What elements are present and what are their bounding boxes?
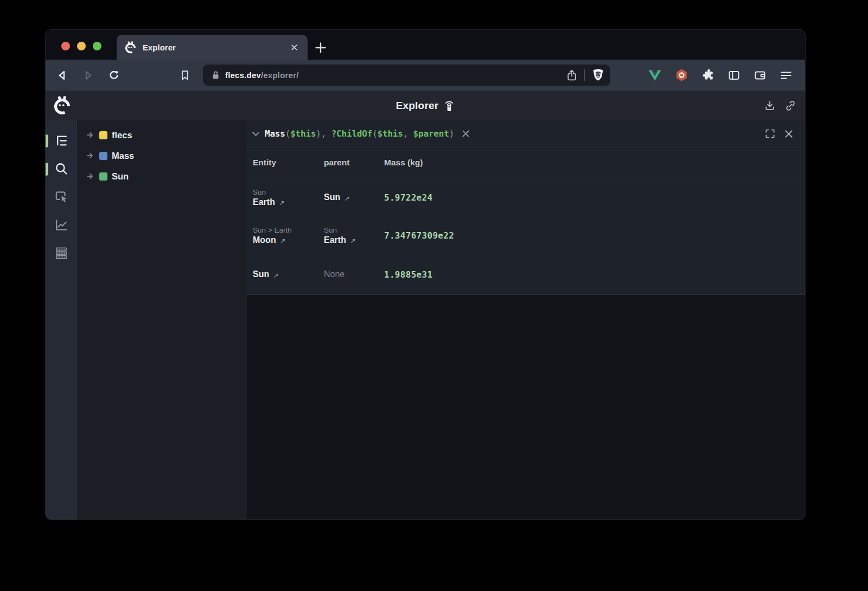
brave-shield-icon[interactable] [591,68,605,82]
tree-item-sun[interactable]: Sun [77,166,247,187]
close-window-button[interactable] [61,42,70,50]
rows-icon [54,246,68,260]
entity-color-square [99,131,107,139]
table-row: SunEarth↗Sun↗5.9722e24 [247,178,805,216]
open-link-icon: ↗ [344,194,349,202]
search-icon [54,162,68,176]
reload-button[interactable] [104,66,123,85]
url-path: /explorer/ [261,70,299,80]
query-token: ) [449,129,454,139]
mass-value: 5.9722e24 [384,192,805,203]
entity-link[interactable]: Earth↗ [324,235,384,245]
sidebar-item-tree[interactable] [46,126,77,155]
tab-bar: Explorer [46,30,805,60]
new-tab-button[interactable] [315,42,327,54]
back-button[interactable] [53,66,72,85]
chart-icon [54,218,68,232]
parent-cell: SunEarth↗ [324,226,384,245]
flecs-favicon [124,41,137,54]
link-icon[interactable] [784,100,796,112]
app-header: Explorer [46,91,805,120]
column-header-parent: parent [324,158,384,168]
parent-cell: None [324,269,384,279]
sidebar-item-chart[interactable] [46,211,77,239]
entity-cell: Sun↗ [253,269,324,279]
flecs-logo [53,96,72,115]
tree-icon [55,134,68,147]
tab-title: Explorer [143,43,288,52]
query-panel: Mass($this), ?ChildOf($this, $parent) [247,120,805,295]
open-link-icon: ↗ [280,236,285,245]
query-token: Mass [265,129,285,139]
wallet-icon[interactable] [754,69,767,82]
lock-icon [212,70,220,80]
bookmark-icon[interactable] [176,66,194,85]
entity-link[interactable]: Moon↗ [253,235,324,245]
parent-none: None [324,269,384,279]
tree-item-label: Sun [112,171,129,182]
column-header-mass: Mass (kg) [384,158,805,168]
zoom-window-button[interactable] [93,42,101,50]
query-token: $this [378,129,403,139]
menu-icon[interactable] [780,69,793,82]
entity-path: Sun > Earth [253,226,324,234]
mass-value: 7.34767309e22 [384,230,805,241]
sidebar-item-search[interactable] [46,155,77,183]
sidebar-item-inspect[interactable] [46,183,77,211]
expand-arrow-icon [87,132,95,138]
tab-close-icon[interactable] [288,41,300,53]
vue-devtools-icon[interactable] [648,69,662,82]
hexagon-extension-icon[interactable] [675,68,688,82]
extensions-puzzle-icon[interactable] [701,69,714,82]
active-indicator-pill [46,134,48,147]
entity-cell: Sun > EarthMoon↗ [253,226,324,245]
query-token: ), [316,129,331,139]
tree-item-label: flecs [112,130,132,140]
open-link-icon: ↗ [279,198,284,207]
tree-item-flecs[interactable]: flecs [77,125,247,145]
minimize-window-button[interactable] [77,42,86,50]
parent-cell: Sun↗ [324,192,384,202]
url-text: flecs.dev/explorer/ [225,70,566,80]
entity-path: Sun [253,188,324,196]
entity-tree-panel: flecsMassSun [77,120,247,519]
close-panel-icon[interactable] [784,130,793,138]
query-token: ( [285,129,290,139]
entity-cell: SunEarth↗ [253,188,324,207]
entity-path: Sun [324,226,384,234]
entity-color-square [99,172,107,181]
entity-link[interactable]: Earth↗ [253,197,324,207]
entity-link[interactable]: Sun↗ [253,269,324,279]
page-title: Explorer [396,100,439,112]
entity-link[interactable]: Sun↗ [324,192,384,202]
fullscreen-icon[interactable] [765,129,775,139]
divider [584,69,585,81]
query-clear-icon[interactable] [462,130,470,138]
query-results-area: Mass($this), ?ChildOf($this, $parent) [247,120,805,519]
forward-button[interactable] [79,66,97,85]
remote-connection-icon[interactable] [444,99,455,112]
share-icon[interactable] [566,69,578,82]
browser-tab[interactable]: Explorer [117,35,308,60]
sidebar-item-rows[interactable] [46,239,77,267]
url-bar[interactable]: flecs.dev/explorer/ [203,65,610,86]
query-token: ( [372,129,377,139]
url-domain: flecs.dev [225,70,261,80]
sidebar-toggle-icon[interactable] [727,69,741,82]
expand-arrow-icon [87,173,95,179]
query-token: ?ChildOf [331,129,372,139]
query-token: , [403,129,413,139]
table-header: Entity parent Mass (kg) [247,147,805,178]
browser-window: Explorer [46,30,805,519]
download-icon[interactable] [764,100,776,112]
tree-item-label: Mass [112,151,134,161]
query-token: $parent [413,129,449,139]
tree-item-mass[interactable]: Mass [77,145,247,166]
query-input[interactable]: Mass($this), ?ChildOf($this, $parent) [265,129,454,139]
open-link-icon: ↗ [350,236,355,245]
table-row: Sun > EarthMoon↗SunEarth↗7.34767309e22 [247,216,805,254]
browser-toolbar: flecs.dev/explorer/ [46,60,805,91]
query-token: $this [290,129,316,139]
entity-color-square [99,152,107,160]
chevron-down-icon[interactable] [252,131,260,137]
